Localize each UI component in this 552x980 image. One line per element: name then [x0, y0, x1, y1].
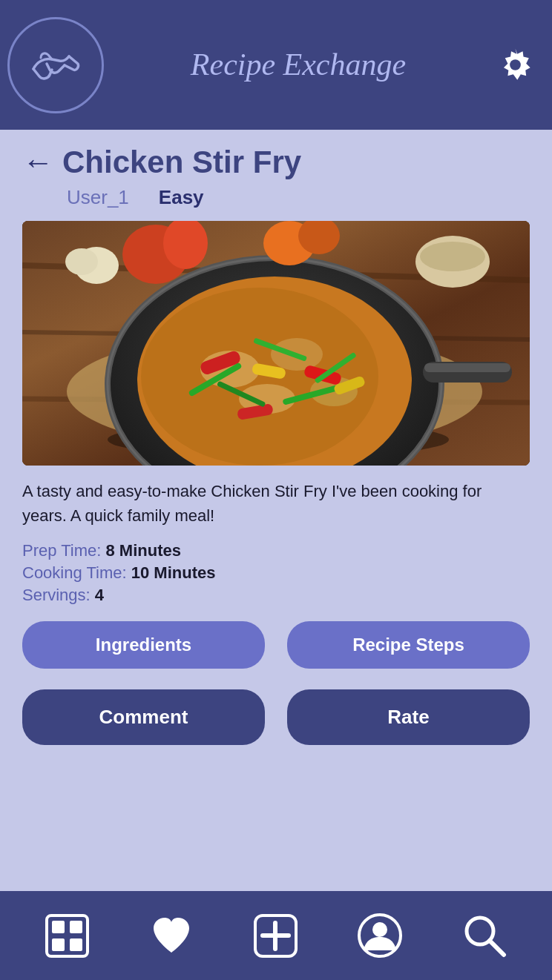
cooking-time-row: Cooking Time: 10 Minutes: [22, 563, 530, 583]
recipe-difficulty: Easy: [159, 186, 204, 209]
svg-rect-40: [70, 921, 82, 933]
nav-recipes[interactable]: [43, 912, 91, 960]
comment-button[interactable]: Comment: [22, 689, 265, 745]
nav-search[interactable]: [461, 912, 509, 960]
header: Recipe Exchange: [0, 0, 552, 130]
bottom-nav: [0, 891, 552, 980]
gear-icon: [495, 44, 536, 85]
servings-label: Servings:: [22, 586, 91, 604]
ingredients-button[interactable]: Ingredients: [22, 621, 265, 669]
heart-nav-icon: [148, 912, 196, 960]
action-row-2: Comment Rate: [22, 689, 530, 745]
settings-button[interactable]: [493, 43, 537, 87]
handshake-icon: [26, 36, 85, 95]
recipe-description: A tasty and easy-to-make Chicken Stir Fr…: [22, 479, 530, 528]
nav-add[interactable]: [252, 912, 300, 960]
recipe-steps-button[interactable]: Recipe Steps: [287, 621, 530, 669]
prep-time-label: Prep Time:: [22, 541, 101, 560]
svg-rect-29: [424, 363, 510, 372]
svg-rect-42: [70, 938, 82, 951]
recipe-image: [22, 221, 530, 466]
rate-button[interactable]: Rate: [287, 689, 530, 745]
cooking-time-label: Cooking Time:: [22, 563, 127, 582]
recipe-title: Chicken Stir Fry: [62, 145, 301, 180]
svg-point-31: [65, 248, 98, 275]
svg-rect-41: [52, 938, 65, 951]
svg-line-49: [490, 941, 504, 955]
app-title: Recipe Exchange: [104, 46, 493, 83]
action-row-1: Ingredients Recipe Steps: [22, 621, 530, 669]
logo-circle: [7, 17, 104, 113]
recipes-nav-icon: [43, 912, 91, 960]
servings-row: Servings: 4: [22, 586, 530, 605]
meta-info: Prep Time: 8 Minutes Cooking Time: 10 Mi…: [22, 541, 530, 605]
recipe-author: User_1: [67, 186, 129, 209]
svg-rect-39: [52, 921, 65, 933]
svg-point-47: [372, 922, 387, 937]
add-nav-icon: [252, 912, 300, 960]
nav-profile[interactable]: [356, 912, 404, 960]
cooking-time-value: 10 Minutes: [131, 563, 216, 582]
svg-point-11: [141, 288, 378, 466]
profile-nav-icon: [356, 912, 404, 960]
servings-value: 4: [95, 586, 104, 604]
prep-time-row: Prep Time: 8 Minutes: [22, 541, 530, 560]
search-nav-icon: [461, 912, 509, 960]
content-area: ← Chicken Stir Fry User_1 Easy: [0, 130, 552, 891]
back-button[interactable]: ←: [22, 147, 53, 178]
subtitle-row: User_1 Easy: [22, 186, 530, 209]
nav-favorites[interactable]: [148, 912, 196, 960]
svg-point-1: [510, 59, 521, 70]
title-row: ← Chicken Stir Fry: [22, 145, 530, 180]
prep-time-value: 8 Minutes: [106, 541, 181, 560]
recipe-image-svg: [22, 221, 530, 466]
svg-point-35: [420, 242, 485, 271]
